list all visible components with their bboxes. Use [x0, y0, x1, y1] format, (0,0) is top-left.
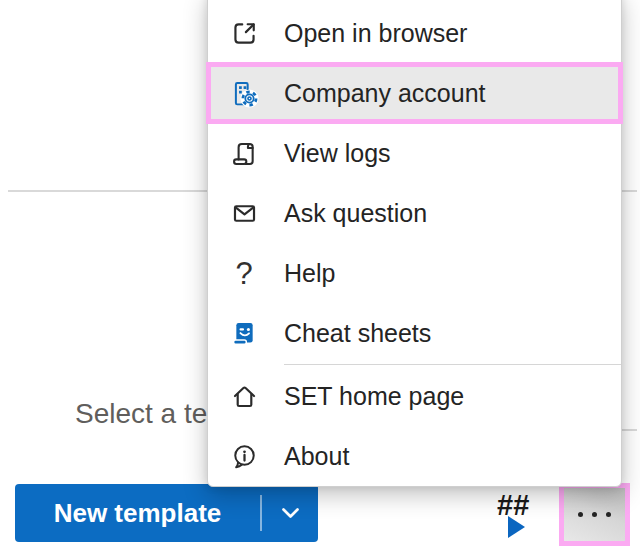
overflow-menu: Open in browser Company account — [207, 0, 622, 487]
new-template-label: New template — [54, 498, 222, 529]
mail-icon — [229, 198, 259, 228]
open-in-browser-icon — [229, 18, 259, 48]
menu-item-help[interactable]: ? Help — [208, 243, 621, 303]
menu-item-cheat-sheets[interactable]: Cheat sheets — [208, 303, 621, 363]
company-account-icon — [229, 78, 259, 108]
menu-item-label: Help — [284, 259, 335, 288]
ellipsis-icon — [578, 512, 583, 517]
menu-item-view-logs[interactable]: View logs — [208, 123, 621, 183]
menu-item-label: Open in browser — [284, 19, 467, 48]
view-logs-icon — [229, 138, 259, 168]
menu-item-set-home-page[interactable]: SET home page — [208, 366, 621, 426]
menu-item-label: Company account — [284, 79, 486, 108]
menu-item-label: SET home page — [284, 382, 464, 411]
help-question-icon: ? — [229, 258, 259, 288]
menu-item-label: About — [284, 442, 349, 471]
menu-item-label: View logs — [284, 139, 391, 168]
new-template-split-button: New template — [15, 484, 318, 542]
menu-item-label: Ask question — [284, 199, 427, 228]
cheat-sheets-icon — [229, 318, 259, 348]
menu-item-company-account[interactable]: Company account — [208, 63, 621, 123]
chevron-down-icon — [277, 500, 304, 526]
about-info-icon — [229, 441, 259, 471]
hash-annotation: ## — [497, 489, 537, 545]
new-template-dropdown-button[interactable] — [262, 484, 318, 542]
menu-item-about[interactable]: About — [208, 426, 621, 486]
menu-item-label: Cheat sheets — [284, 319, 431, 348]
home-icon — [229, 381, 259, 411]
menu-divider — [284, 364, 621, 365]
menu-item-open-in-browser[interactable]: Open in browser — [208, 3, 621, 63]
more-options-button[interactable] — [559, 483, 630, 546]
new-template-button[interactable]: New template — [15, 484, 260, 542]
play-triangle-icon — [508, 516, 525, 538]
menu-item-ask-question[interactable]: Ask question — [208, 183, 621, 243]
